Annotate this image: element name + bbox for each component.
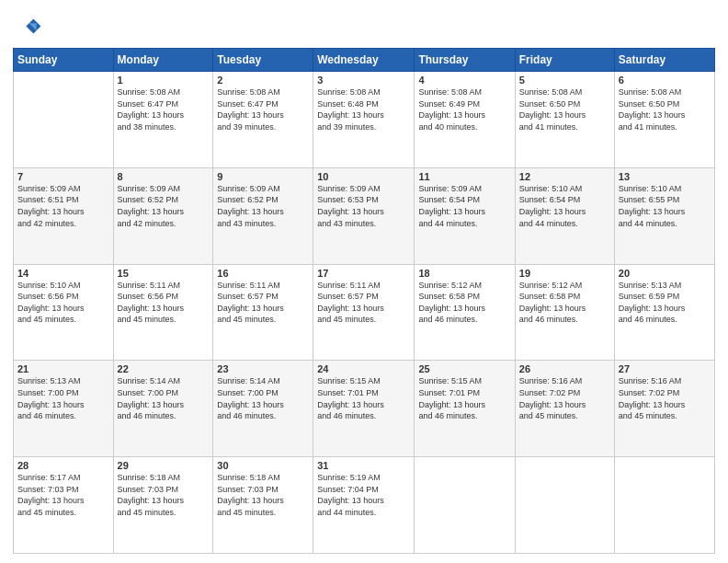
day-info: Sunrise: 5:12 AM Sunset: 6:58 PM Dayligh…: [519, 280, 610, 326]
weekday-header-sunday: Sunday: [14, 49, 114, 72]
day-number: 14: [17, 268, 109, 279]
day-number: 1: [118, 75, 210, 86]
day-info: Sunrise: 5:10 AM Sunset: 6:54 PM Dayligh…: [519, 183, 610, 229]
day-number: 11: [418, 171, 510, 182]
day-info: Sunrise: 5:09 AM Sunset: 6:54 PM Dayligh…: [418, 183, 510, 229]
day-number: 27: [619, 363, 711, 374]
calendar-cell: 11Sunrise: 5:09 AM Sunset: 6:54 PM Dayli…: [415, 167, 515, 264]
day-number: 17: [317, 268, 410, 279]
calendar-cell: 14Sunrise: 5:10 AM Sunset: 6:56 PM Dayli…: [14, 264, 114, 361]
calendar-cell: 5Sunrise: 5:08 AM Sunset: 6:50 PM Daylig…: [515, 72, 614, 168]
calendar-cell: 25Sunrise: 5:15 AM Sunset: 7:01 PM Dayli…: [415, 361, 515, 457]
day-info: Sunrise: 5:11 AM Sunset: 6:56 PM Dayligh…: [118, 280, 210, 326]
weekday-header-wednesday: Wednesday: [313, 49, 415, 72]
calendar-cell: [14, 72, 114, 168]
day-info: Sunrise: 5:14 AM Sunset: 7:00 PM Dayligh…: [118, 375, 210, 421]
calendar-cell: 28Sunrise: 5:17 AM Sunset: 7:03 PM Dayli…: [14, 457, 114, 554]
logo-icon: [13, 13, 42, 42]
calendar-cell: 24Sunrise: 5:15 AM Sunset: 7:01 PM Dayli…: [313, 361, 415, 457]
day-number: 18: [418, 268, 510, 279]
weekday-header-saturday: Saturday: [614, 49, 714, 72]
day-info: Sunrise: 5:18 AM Sunset: 7:03 PM Dayligh…: [118, 472, 210, 518]
day-info: Sunrise: 5:16 AM Sunset: 7:02 PM Dayligh…: [619, 375, 711, 421]
day-info: Sunrise: 5:08 AM Sunset: 6:50 PM Dayligh…: [519, 86, 610, 132]
week-row-4: 21Sunrise: 5:13 AM Sunset: 7:00 PM Dayli…: [14, 361, 715, 457]
calendar-cell: 3Sunrise: 5:08 AM Sunset: 6:48 PM Daylig…: [313, 72, 415, 168]
day-info: Sunrise: 5:14 AM Sunset: 7:00 PM Dayligh…: [217, 375, 309, 421]
calendar-cell: 13Sunrise: 5:10 AM Sunset: 6:55 PM Dayli…: [614, 167, 714, 264]
day-number: 5: [519, 75, 610, 86]
day-info: Sunrise: 5:15 AM Sunset: 7:01 PM Dayligh…: [418, 375, 510, 421]
day-number: 4: [418, 75, 510, 86]
week-row-3: 14Sunrise: 5:10 AM Sunset: 6:56 PM Dayli…: [14, 264, 715, 361]
day-number: 6: [619, 75, 711, 86]
day-number: 2: [217, 75, 309, 86]
calendar-cell: 2Sunrise: 5:08 AM Sunset: 6:47 PM Daylig…: [213, 72, 313, 168]
day-number: 19: [519, 268, 610, 279]
calendar-cell: 29Sunrise: 5:18 AM Sunset: 7:03 PM Dayli…: [113, 457, 213, 554]
day-number: 25: [418, 363, 510, 374]
day-number: 9: [217, 171, 309, 182]
calendar-cell: 15Sunrise: 5:11 AM Sunset: 6:56 PM Dayli…: [113, 264, 213, 361]
day-info: Sunrise: 5:08 AM Sunset: 6:48 PM Dayligh…: [317, 86, 410, 132]
day-number: 26: [519, 363, 610, 374]
weekday-header-monday: Monday: [113, 49, 213, 72]
calendar-cell: 21Sunrise: 5:13 AM Sunset: 7:00 PM Dayli…: [14, 361, 114, 457]
day-number: 29: [118, 460, 210, 471]
calendar-body: 1Sunrise: 5:08 AM Sunset: 6:47 PM Daylig…: [14, 72, 715, 554]
day-number: 28: [17, 460, 109, 471]
day-number: 31: [317, 460, 410, 471]
day-info: Sunrise: 5:13 AM Sunset: 6:59 PM Dayligh…: [619, 280, 711, 326]
calendar-cell: 30Sunrise: 5:18 AM Sunset: 7:03 PM Dayli…: [213, 457, 313, 554]
day-info: Sunrise: 5:17 AM Sunset: 7:03 PM Dayligh…: [17, 472, 109, 518]
day-info: Sunrise: 5:10 AM Sunset: 6:55 PM Dayligh…: [619, 183, 711, 229]
weekday-header-friday: Friday: [515, 49, 614, 72]
calendar-cell: 19Sunrise: 5:12 AM Sunset: 6:58 PM Dayli…: [515, 264, 614, 361]
day-number: 24: [317, 363, 410, 374]
calendar-cell: [515, 457, 614, 554]
calendar-cell: 16Sunrise: 5:11 AM Sunset: 6:57 PM Dayli…: [213, 264, 313, 361]
day-number: 8: [118, 171, 210, 182]
weekday-row: SundayMondayTuesdayWednesdayThursdayFrid…: [14, 49, 715, 72]
day-info: Sunrise: 5:15 AM Sunset: 7:01 PM Dayligh…: [317, 375, 410, 421]
calendar-cell: 27Sunrise: 5:16 AM Sunset: 7:02 PM Dayli…: [614, 361, 714, 457]
calendar-cell: 18Sunrise: 5:12 AM Sunset: 6:58 PM Dayli…: [415, 264, 515, 361]
day-number: 13: [619, 171, 711, 182]
day-number: 3: [317, 75, 410, 86]
calendar-table: SundayMondayTuesdayWednesdayThursdayFrid…: [13, 48, 715, 554]
day-info: Sunrise: 5:12 AM Sunset: 6:58 PM Dayligh…: [418, 280, 510, 326]
weekday-header-thursday: Thursday: [415, 49, 515, 72]
day-info: Sunrise: 5:09 AM Sunset: 6:51 PM Dayligh…: [17, 183, 109, 229]
calendar-cell: 1Sunrise: 5:08 AM Sunset: 6:47 PM Daylig…: [113, 72, 213, 168]
calendar-cell: 22Sunrise: 5:14 AM Sunset: 7:00 PM Dayli…: [113, 361, 213, 457]
day-number: 22: [118, 363, 210, 374]
week-row-5: 28Sunrise: 5:17 AM Sunset: 7:03 PM Dayli…: [14, 457, 715, 554]
day-number: 21: [17, 363, 109, 374]
day-info: Sunrise: 5:08 AM Sunset: 6:50 PM Dayligh…: [619, 86, 711, 132]
page: SundayMondayTuesdayWednesdayThursdayFrid…: [0, 0, 728, 563]
day-info: Sunrise: 5:19 AM Sunset: 7:04 PM Dayligh…: [317, 472, 410, 518]
calendar-cell: 23Sunrise: 5:14 AM Sunset: 7:00 PM Dayli…: [213, 361, 313, 457]
day-info: Sunrise: 5:08 AM Sunset: 6:47 PM Dayligh…: [217, 86, 309, 132]
day-number: 23: [217, 363, 309, 374]
calendar-cell: [415, 457, 515, 554]
day-info: Sunrise: 5:09 AM Sunset: 6:53 PM Dayligh…: [317, 183, 410, 229]
calendar-cell: 20Sunrise: 5:13 AM Sunset: 6:59 PM Dayli…: [614, 264, 714, 361]
week-row-2: 7Sunrise: 5:09 AM Sunset: 6:51 PM Daylig…: [14, 167, 715, 264]
day-info: Sunrise: 5:16 AM Sunset: 7:02 PM Dayligh…: [519, 375, 610, 421]
day-number: 20: [619, 268, 711, 279]
calendar-cell: 7Sunrise: 5:09 AM Sunset: 6:51 PM Daylig…: [14, 167, 114, 264]
calendar-cell: 10Sunrise: 5:09 AM Sunset: 6:53 PM Dayli…: [313, 167, 415, 264]
week-row-1: 1Sunrise: 5:08 AM Sunset: 6:47 PM Daylig…: [14, 72, 715, 168]
day-info: Sunrise: 5:09 AM Sunset: 6:52 PM Dayligh…: [118, 183, 210, 229]
day-info: Sunrise: 5:08 AM Sunset: 6:47 PM Dayligh…: [118, 86, 210, 132]
day-info: Sunrise: 5:08 AM Sunset: 6:49 PM Dayligh…: [418, 86, 510, 132]
calendar-cell: 9Sunrise: 5:09 AM Sunset: 6:52 PM Daylig…: [213, 167, 313, 264]
day-number: 15: [118, 268, 210, 279]
day-number: 10: [317, 171, 410, 182]
calendar-cell: 12Sunrise: 5:10 AM Sunset: 6:54 PM Dayli…: [515, 167, 614, 264]
header: [13, 9, 715, 42]
day-info: Sunrise: 5:10 AM Sunset: 6:56 PM Dayligh…: [17, 280, 109, 326]
calendar-cell: [614, 457, 714, 554]
day-number: 30: [217, 460, 309, 471]
